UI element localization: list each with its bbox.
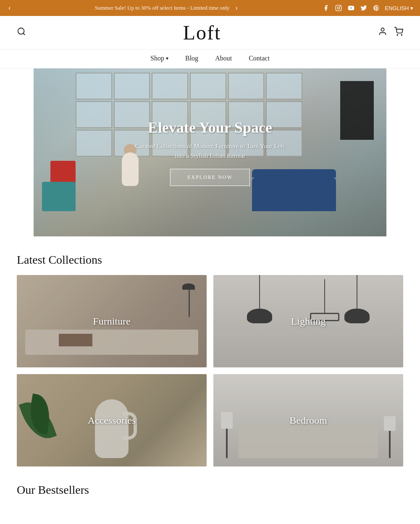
svg-point-1 [338, 7, 340, 9]
lighting-label: Lighting [291, 316, 326, 327]
account-icon[interactable] [378, 27, 387, 38]
search-icon[interactable] [17, 27, 26, 38]
hero-wrapper: Elevate Your Space Curated Collections o… [0, 68, 420, 236]
nav-blog[interactable]: Blog [185, 55, 198, 62]
nav-about[interactable]: About [215, 55, 232, 62]
chevron-down-icon: ▾ [166, 55, 168, 62]
announcement-next-button[interactable]: › [234, 4, 239, 12]
hero-section: Elevate Your Space Curated Collections o… [34, 68, 386, 236]
svg-point-4 [18, 28, 24, 34]
cart-icon[interactable] [394, 27, 403, 38]
svg-line-5 [23, 33, 25, 35]
collection-card-bedroom[interactable]: Bedroom [213, 374, 403, 466]
hero-title: Elevate Your Space [135, 119, 285, 136]
bedroom-label: Bedroom [289, 415, 327, 426]
nav-shop[interactable]: Shop ▾ [150, 55, 168, 62]
twitter-icon[interactable] [360, 4, 368, 12]
social-icons-bar: ENGLISH ▾ [322, 4, 413, 12]
youtube-icon[interactable] [347, 4, 355, 12]
hero-teal-chair-decor [42, 182, 76, 211]
collections-grid-top: Furniture [17, 275, 403, 367]
hero-cta-button[interactable]: EXPLORE NOW [170, 169, 250, 186]
collections-grid-bottom: Accessories Bedroom [17, 374, 403, 466]
furniture-label: Furniture [93, 316, 130, 327]
hero-subtitle: Curated Collections of Modern Furniture … [135, 141, 285, 160]
svg-point-6 [381, 28, 384, 31]
collections-title: Latest Collections [17, 253, 403, 267]
language-selector[interactable]: ENGLISH ▾ [385, 5, 413, 11]
announcement-text: Summer Sale! Up to 30% off select items … [95, 5, 230, 11]
header-right-icons [378, 27, 403, 38]
site-header: Loft [0, 16, 420, 50]
announcement-text-area: Summer Sale! Up to 30% off select items … [12, 4, 322, 12]
svg-point-2 [340, 6, 341, 7]
nav-contact[interactable]: Contact [249, 55, 270, 62]
collection-card-lighting[interactable]: Lighting [213, 275, 403, 367]
accessories-label: Accessories [88, 415, 136, 426]
site-logo[interactable]: Loft [183, 21, 221, 44]
hero-dark-panel-decor [340, 81, 374, 140]
hero-content: Elevate Your Space Curated Collections o… [135, 119, 285, 186]
svg-point-7 [397, 34, 398, 35]
facebook-icon[interactable] [322, 4, 330, 12]
svg-rect-0 [336, 5, 341, 10]
collection-card-furniture[interactable]: Furniture [17, 275, 207, 367]
announcement-prev-button[interactable]: ‹ [7, 4, 12, 12]
collection-card-accessories[interactable]: Accessories [17, 374, 207, 466]
instagram-icon[interactable] [334, 4, 343, 12]
main-navigation: Shop ▾ Blog About Contact [0, 50, 420, 68]
svg-point-8 [401, 34, 402, 35]
bestsellers-title: Our Bestsellers [17, 483, 403, 497]
header-left-icons [17, 27, 26, 38]
pinterest-icon[interactable] [372, 4, 381, 12]
collections-section: Latest Collections Furniture [0, 253, 420, 497]
announcement-bar: ‹ Summer Sale! Up to 30% off select item… [0, 0, 420, 16]
